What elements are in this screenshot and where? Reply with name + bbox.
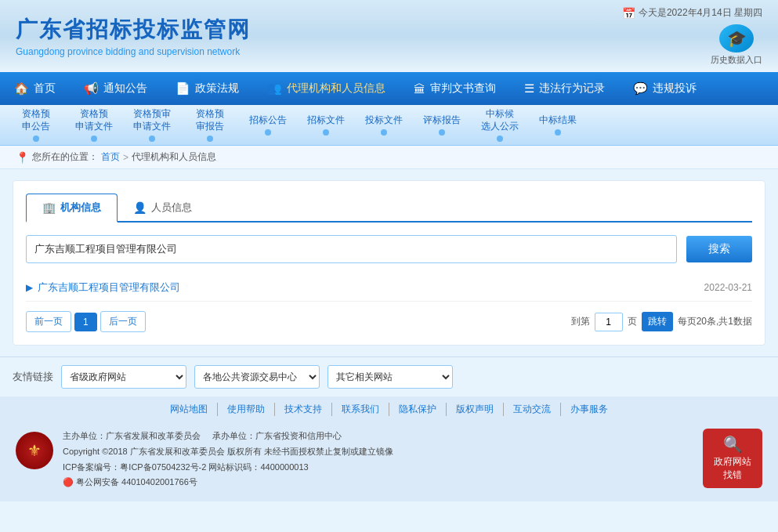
header-right: 📅 今天是2022年4月14日 星期四 🎓 历史数据入口 xyxy=(622,6,762,66)
result-text: 广东吉顺工程项目管理有限公司 xyxy=(38,280,180,295)
breadcrumb: 📍 您所在的位置： 首页 > 代理机构和人员信息 xyxy=(0,146,778,169)
calendar-icon: 📅 xyxy=(622,7,635,20)
goto-button[interactable]: 跳转 xyxy=(642,312,673,331)
breadcrumb-current: 代理机构和人员信息 xyxy=(132,150,216,164)
nav-home-label: 首页 xyxy=(34,81,56,96)
history-entry[interactable]: 🎓 历史数据入口 xyxy=(711,24,762,66)
subnav-winner-result[interactable]: 中标结果 xyxy=(530,111,586,139)
logo-title: 广东省招标投标监管网 xyxy=(16,15,251,45)
search-button[interactable]: 搜索 xyxy=(686,236,752,262)
subnav-eval-report[interactable]: 评标报告 xyxy=(414,111,470,139)
dot-indicator xyxy=(555,129,561,136)
nav-agency[interactable]: 👥 代理机构和人员信息 xyxy=(253,72,400,105)
date-info: 📅 今天是2022年4月14日 星期四 xyxy=(622,6,762,20)
nav-policy[interactable]: 📄 政策法规 xyxy=(161,72,253,105)
footer-nav: 网站地图 使用帮助 技术支持 联系我们 隐私保护 版权声明 互动交流 办事服务 xyxy=(0,396,778,422)
nav-violation-record-label: 违法行为记录 xyxy=(539,81,605,96)
violation-record-icon: ☰ xyxy=(524,81,534,96)
dot-indicator xyxy=(439,129,445,136)
local-exchange-select[interactable]: 各地公共资源交易中心 xyxy=(194,365,320,389)
nav-complaint[interactable]: 💬 违规投诉 xyxy=(619,72,711,105)
goto-suffix: 页 xyxy=(628,315,637,328)
table-row: ▶ 广东吉顺工程项目管理有限公司 2022-03-21 xyxy=(26,274,752,302)
nav-policy-label: 政策法规 xyxy=(195,81,239,96)
breadcrumb-sep: > xyxy=(123,152,128,163)
notice-icon: 📢 xyxy=(84,81,99,96)
search-row: 搜索 xyxy=(26,235,752,263)
gov-error-button[interactable]: 🔍 政府网站 找错 xyxy=(703,429,762,488)
footer-security: 🔴 粤公网安备 44010402001766号 xyxy=(63,475,693,490)
breadcrumb-prefix: 您所在的位置： xyxy=(32,150,98,164)
page-number-input[interactable] xyxy=(595,313,623,331)
footer-nav-privacy[interactable]: 隐私保护 xyxy=(389,403,447,416)
dot-indicator xyxy=(33,136,39,142)
nav-judgment-label: 审判文书查询 xyxy=(430,81,496,96)
subnav-qual-review-report[interactable]: 资格预审报告 xyxy=(182,105,238,144)
per-page-info: 每页20条,共1数据 xyxy=(678,315,752,328)
footer-nav-interact[interactable]: 互动交流 xyxy=(504,403,561,416)
search-input[interactable] xyxy=(26,235,677,263)
dot-indicator xyxy=(91,136,97,142)
main-content: 🏢 机构信息 👤 人员信息 搜索 ▶ 广东吉顺工程项目管理有限公司 2022-0… xyxy=(13,180,765,346)
next-page-button[interactable]: 后一页 xyxy=(100,311,146,332)
footer-nav-help[interactable]: 使用帮助 xyxy=(218,403,275,416)
tab-bar: 🏢 机构信息 👤 人员信息 xyxy=(26,194,752,223)
prev-page-button[interactable]: 前一页 xyxy=(26,311,71,332)
tab-institution-label: 机构信息 xyxy=(60,201,101,215)
policy-icon: 📄 xyxy=(176,81,190,96)
footer-nav-techsupport[interactable]: 技术支持 xyxy=(275,403,332,416)
nav-notice-label: 通知公告 xyxy=(103,81,147,96)
personnel-icon: 👤 xyxy=(133,201,147,214)
page-1-button[interactable]: 1 xyxy=(74,313,97,331)
home-icon: 🏠 xyxy=(14,81,29,96)
institution-icon: 🏢 xyxy=(42,201,56,214)
dot-indicator xyxy=(149,136,155,142)
result-link[interactable]: ▶ 广东吉顺工程项目管理有限公司 xyxy=(26,280,180,295)
footer-nav-copyright[interactable]: 版权声明 xyxy=(447,403,504,416)
nav-judgment[interactable]: 🏛 审判文书查询 xyxy=(400,72,510,105)
history-label: 历史数据入口 xyxy=(711,54,762,66)
nav-agency-label: 代理机构和人员信息 xyxy=(287,81,385,96)
dot-indicator xyxy=(207,136,213,142)
footer-nav-sitemap[interactable]: 网站地图 xyxy=(161,403,218,416)
nav-complaint-label: 违规投诉 xyxy=(653,81,697,96)
nav-home[interactable]: 🏠 首页 xyxy=(0,72,70,105)
complaint-icon: 💬 xyxy=(633,81,648,96)
subnav-qual-review-docs[interactable]: 资格预审申请文件 xyxy=(124,105,180,144)
sub-nav: 资格预申公告 资格预申请文件 资格预审申请文件 资格预审报告 招标公告 招标文件… xyxy=(0,105,778,146)
gov-error-icon: 🔍 xyxy=(723,435,743,454)
nav-notice[interactable]: 📢 通知公告 xyxy=(70,72,161,105)
main-nav: 🏠 首页 📢 通知公告 📄 政策法规 👥 代理机构和人员信息 🏛 审判文书查询 … xyxy=(0,72,778,105)
tab-personnel[interactable]: 👤 人员信息 xyxy=(118,194,208,221)
subnav-bid-announcement[interactable]: 招标公告 xyxy=(240,111,296,139)
pagination-row: 前一页 1 后一页 到第 页 跳转 每页20条,共1数据 xyxy=(26,311,752,332)
goto-prefix: 到第 xyxy=(571,315,590,328)
judgment-icon: 🏛 xyxy=(414,82,425,96)
other-sites-select[interactable]: 其它相关网站 xyxy=(327,365,453,389)
breadcrumb-home[interactable]: 首页 xyxy=(101,150,120,164)
dot-indicator xyxy=(381,129,387,136)
arrow-icon: ▶ xyxy=(26,282,33,293)
header: 广东省招标投标监管网 Guangdong province bidding an… xyxy=(0,0,778,72)
footer-main-unit: 主办单位：广东省发展和改革委员会 承办单位：广东省投资和信用中心 xyxy=(63,429,693,444)
agency-icon: 👥 xyxy=(267,81,282,96)
footer-text: 主办单位：广东省发展和改革委员会 承办单位：广东省投资和信用中心 Copyrig… xyxy=(63,429,693,490)
subnav-tender-docs[interactable]: 投标文件 xyxy=(356,111,412,139)
tab-institution[interactable]: 🏢 机构信息 xyxy=(26,194,118,223)
page-buttons: 前一页 1 后一页 xyxy=(26,311,146,332)
provincial-select[interactable]: 省级政府网站 xyxy=(61,365,186,389)
logo-subtitle: Guangdong province bidding and supervisi… xyxy=(16,46,251,57)
footer-logo: ⚜ xyxy=(16,432,53,469)
footer-nav-service[interactable]: 办事服务 xyxy=(561,403,617,416)
subnav-winner-announcement[interactable]: 中标候选人公示 xyxy=(472,105,528,144)
subnav-qual-pre-announcement[interactable]: 资格预申公告 xyxy=(8,105,64,144)
footer-nav-contact[interactable]: 联系我们 xyxy=(332,403,389,416)
result-list: ▶ 广东吉顺工程项目管理有限公司 2022-03-21 xyxy=(26,274,752,302)
result-date: 2022-03-21 xyxy=(704,282,752,293)
subnav-bid-docs[interactable]: 招标文件 xyxy=(298,111,354,139)
subnav-qual-pre-docs[interactable]: 资格预申请文件 xyxy=(66,105,122,144)
page-info: 到第 页 跳转 每页20条,共1数据 xyxy=(571,312,752,331)
footer-info: ⚜ 主办单位：广东省发展和改革委员会 承办单位：广东省投资和信用中心 Copyr… xyxy=(0,422,778,501)
nav-violation-record[interactable]: ☰ 违法行为记录 xyxy=(510,72,619,105)
friendly-links: 友情链接 省级政府网站 各地公共资源交易中心 其它相关网站 xyxy=(0,356,778,396)
